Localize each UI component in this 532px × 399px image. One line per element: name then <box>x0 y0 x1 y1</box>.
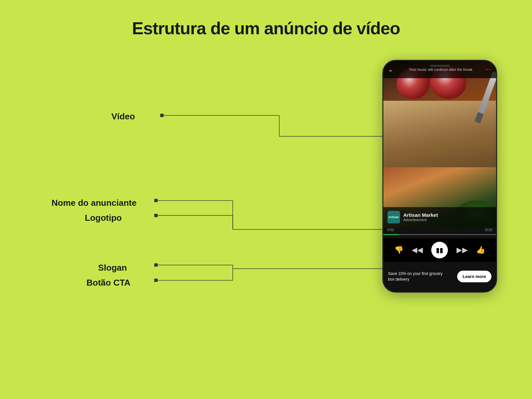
label-video: Vídeo <box>111 111 135 122</box>
learn-more-button[interactable]: Learn more <box>457 271 491 282</box>
cta-slogan-text: Save 10% on your first grocery box deliv… <box>388 271 445 282</box>
thumbs-down-button[interactable]: 👎 <box>394 246 403 254</box>
diagram-area: Vídeo Nome do anunciante Logotipo Slogan… <box>0 47 532 399</box>
pause-button[interactable]: ▮▮ <box>431 242 448 258</box>
phone-progress-fill <box>383 234 399 235</box>
phone-controls: 👎 ◀◀ ▮▮ ▶▶ 👍 <box>383 238 496 262</box>
phone-progress-bar[interactable]: 0:02 -0:15 <box>383 234 496 235</box>
svg-rect-3 <box>160 114 164 117</box>
svg-rect-7 <box>154 199 158 202</box>
advertiser-name: Artisan Market <box>403 212 438 218</box>
progress-time-left: 0:02 <box>387 228 394 232</box>
thumbs-up-button[interactable]: 👍 <box>476 246 485 254</box>
phone-speaker <box>430 65 450 67</box>
advertiser-subtitle: Advertisement <box>403 218 438 222</box>
next-button[interactable]: ▶▶ <box>457 246 468 254</box>
phone-cta-bar: Save 10% on your first grocery box deliv… <box>383 262 496 292</box>
more-icon[interactable]: ··· <box>485 66 491 72</box>
pause-icon: ▮▮ <box>436 246 443 254</box>
advertiser-info: Artisan Market Advertisement <box>403 212 438 222</box>
svg-rect-17 <box>154 279 158 282</box>
label-slogan: Slogan <box>98 263 127 273</box>
previous-button[interactable]: ◀◀ <box>412 246 423 254</box>
advertiser-logo: Artisan <box>387 211 400 223</box>
label-cta-button: Botão CTA <box>86 278 130 288</box>
phone-mockup: ⌄ Your music will continue after the bre… <box>382 60 497 293</box>
phone-advertiser-bar: Artisan Artisan Market Advertisement <box>383 207 496 227</box>
top-bar-text: Your music will continue after the break <box>396 67 485 71</box>
page-title: Estrutura de um anúncio de vídeo <box>0 0 532 38</box>
label-advertiser-name: Nome do anunciante <box>52 198 137 208</box>
progress-time-right: -0:15 <box>484 228 492 232</box>
svg-rect-10 <box>154 214 158 217</box>
phone-video-area: ⌄ Your music will continue after the bre… <box>383 61 496 227</box>
back-icon[interactable]: ⌄ <box>388 66 393 73</box>
svg-rect-14 <box>154 263 158 267</box>
label-logo: Logotipo <box>85 213 122 223</box>
phone-top-bar: ⌄ Your music will continue after the bre… <box>383 61 496 78</box>
